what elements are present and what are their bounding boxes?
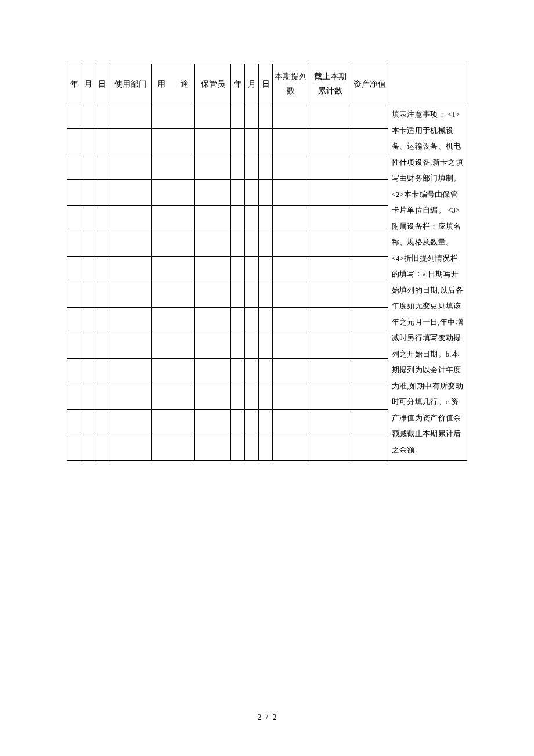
table-cell [273, 308, 309, 333]
table-cell [352, 154, 388, 180]
table-cell [81, 257, 95, 282]
table-cell [245, 282, 259, 308]
table-cell [245, 384, 259, 410]
page-content: 年 月 日 使用部门 用 途 保管员 年 月 日 本期提列数 截止本期累计数 资… [0, 0, 534, 461]
header-net-value: 资产净值 [352, 64, 388, 103]
table-cell [152, 435, 195, 461]
table-cell [67, 206, 81, 231]
header-year: 年 [67, 64, 81, 103]
table-cell [309, 410, 352, 435]
table-cell [231, 231, 245, 257]
table-cell [109, 206, 152, 231]
table-cell [259, 308, 273, 333]
table-cell [67, 308, 81, 333]
current-page-number: 2 [258, 713, 262, 722]
table-cell [245, 206, 259, 231]
table-cell [195, 103, 231, 129]
table-cell [259, 384, 273, 410]
header-day2: 日 [259, 64, 273, 103]
table-cell [245, 410, 259, 435]
table-cell [309, 180, 352, 206]
table-cell [67, 154, 81, 180]
table-cell [245, 180, 259, 206]
table-cell [273, 206, 309, 231]
table-cell [259, 359, 273, 384]
table-cell [231, 359, 245, 384]
table-cell [309, 231, 352, 257]
table-cell [352, 282, 388, 308]
table-cell [152, 103, 195, 129]
table-cell [273, 384, 309, 410]
table-cell [67, 257, 81, 282]
table-cell [273, 435, 309, 461]
table-cell [245, 103, 259, 129]
table-cell [152, 129, 195, 154]
table-cell [152, 410, 195, 435]
table-cell [309, 308, 352, 333]
table-cell [195, 231, 231, 257]
table-cell [231, 257, 245, 282]
table-cell [259, 410, 273, 435]
table-cell [95, 384, 109, 410]
table-cell [273, 180, 309, 206]
table-cell [152, 231, 195, 257]
table-cell [67, 384, 81, 410]
table-cell [273, 154, 309, 180]
table-cell [109, 333, 152, 359]
table-cell [352, 359, 388, 384]
table-cell [352, 333, 388, 359]
table-body: 填表注意事项： <1>本卡适用于机械设备、运输设备、机电性什项设备,新卡之填写由… [67, 103, 467, 461]
header-year2: 年 [231, 64, 245, 103]
table-cell [195, 410, 231, 435]
table-cell [67, 180, 81, 206]
table-cell [231, 308, 245, 333]
table-cell [195, 129, 231, 154]
table-cell [67, 435, 81, 461]
table-cell [231, 435, 245, 461]
table-cell [81, 206, 95, 231]
table-cell [309, 154, 352, 180]
table-cell [309, 282, 352, 308]
table-cell [195, 384, 231, 410]
table-cell [259, 333, 273, 359]
table-cell [95, 359, 109, 384]
header-current-period: 本期提列数 [273, 64, 309, 103]
table-cell [152, 333, 195, 359]
table-cell [81, 359, 95, 384]
table-cell [81, 410, 95, 435]
table-cell [309, 359, 352, 384]
table-cell [259, 154, 273, 180]
table-cell [152, 180, 195, 206]
header-month2: 月 [245, 64, 259, 103]
table-cell [95, 154, 109, 180]
table-cell [231, 129, 245, 154]
table-cell [109, 129, 152, 154]
table-cell [152, 206, 195, 231]
table-cell [81, 435, 95, 461]
table-cell [231, 410, 245, 435]
table-cell [231, 103, 245, 129]
table-cell [352, 206, 388, 231]
table-cell [259, 129, 273, 154]
table-cell [195, 206, 231, 231]
table-cell [109, 257, 152, 282]
header-day: 日 [95, 64, 109, 103]
table-cell [231, 384, 245, 410]
table-cell [352, 435, 388, 461]
table-cell [352, 129, 388, 154]
table-cell [309, 257, 352, 282]
table-cell [67, 333, 81, 359]
table-cell [81, 333, 95, 359]
table-cell [95, 103, 109, 129]
table-cell [195, 359, 231, 384]
table-cell [309, 333, 352, 359]
table-cell [352, 180, 388, 206]
table-cell [109, 231, 152, 257]
table-cell [195, 333, 231, 359]
page-footer: 2 / 2 [0, 713, 534, 722]
table-cell [259, 282, 273, 308]
page-separator: / [266, 713, 268, 722]
table-cell [352, 257, 388, 282]
table-cell [95, 435, 109, 461]
table-header-row: 年 月 日 使用部门 用 途 保管员 年 月 日 本期提列数 截止本期累计数 资… [67, 64, 467, 103]
